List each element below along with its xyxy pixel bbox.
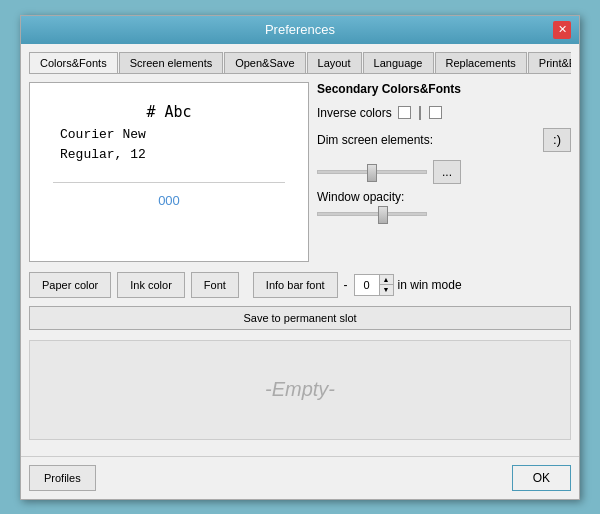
empty-text: -Empty- bbox=[265, 378, 335, 401]
tab-screen-elements[interactable]: Screen elements bbox=[119, 52, 224, 73]
spin-up[interactable]: ▲ bbox=[380, 275, 393, 286]
tab-open-save[interactable]: Open&Save bbox=[224, 52, 305, 73]
dim-screen-label-row: Dim screen elements: :) bbox=[317, 128, 571, 152]
inverse-colors-row: Inverse colors bbox=[317, 106, 571, 120]
window-opacity-slider-thumb[interactable] bbox=[378, 206, 388, 224]
tab-replacements[interactable]: Replacements bbox=[435, 52, 527, 73]
spin-value[interactable] bbox=[355, 279, 379, 291]
profiles-button[interactable]: Profiles bbox=[29, 465, 96, 491]
window-title: Preferences bbox=[47, 22, 553, 37]
inverse-colors-checkbox1[interactable] bbox=[398, 106, 411, 119]
tab-language[interactable]: Language bbox=[363, 52, 434, 73]
preview-font-style: Regular, 12 bbox=[60, 147, 146, 162]
preview-hash-abc: # Abc bbox=[146, 103, 191, 121]
ink-color-button[interactable]: Ink color bbox=[117, 272, 185, 298]
secondary-panel: Secondary Colors&Fonts Inverse colors Di… bbox=[317, 82, 571, 262]
in-win-mode-label: in win mode bbox=[398, 278, 462, 292]
spin-box[interactable]: ▲ ▼ bbox=[354, 274, 394, 296]
dim-screen-slider-thumb[interactable] bbox=[367, 164, 377, 182]
font-button[interactable]: Font bbox=[191, 272, 239, 298]
tab-content-area: # Abc Courier New Regular, 12 000 Second… bbox=[29, 82, 571, 262]
info-bar-font-button[interactable]: Info bar font bbox=[253, 272, 338, 298]
save-slot-row: Save to permanent slot bbox=[29, 306, 571, 330]
save-slot-button[interactable]: Save to permanent slot bbox=[29, 306, 571, 330]
info-bar-section: Info bar font - ▲ ▼ in win mode bbox=[253, 272, 462, 298]
close-button[interactable]: ✕ bbox=[553, 21, 571, 39]
spin-down[interactable]: ▼ bbox=[380, 285, 393, 295]
separator bbox=[419, 106, 421, 120]
dim-screen-slider-row: ... bbox=[317, 160, 571, 184]
dim-screen-row: Dim screen elements: :) ... bbox=[317, 128, 571, 184]
preferences-window: Preferences ✕ Colors&Fonts Screen elemen… bbox=[20, 15, 580, 500]
tab-colors-fonts[interactable]: Colors&Fonts bbox=[29, 52, 118, 74]
action-buttons-row: Paper color Ink color Font Info bar font… bbox=[29, 272, 571, 298]
preview-divider bbox=[53, 182, 285, 183]
bottom-bar: Profiles OK bbox=[21, 456, 579, 499]
preview-font-info: Courier New Regular, 12 bbox=[60, 125, 146, 167]
main-content: Colors&Fonts Screen elements Open&Save L… bbox=[21, 44, 579, 448]
preview-font-name: Courier New bbox=[60, 127, 146, 142]
dots-button[interactable]: ... bbox=[433, 160, 461, 184]
tab-layout[interactable]: Layout bbox=[307, 52, 362, 73]
dim-screen-slider-track[interactable] bbox=[317, 170, 427, 174]
dim-screen-label: Dim screen elements: bbox=[317, 133, 433, 147]
window-opacity-slider-track[interactable] bbox=[317, 212, 427, 216]
preview-panel: # Abc Courier New Regular, 12 000 bbox=[29, 82, 309, 262]
title-bar: Preferences ✕ bbox=[21, 16, 579, 44]
secondary-title: Secondary Colors&Fonts bbox=[317, 82, 571, 96]
tab-bar: Colors&Fonts Screen elements Open&Save L… bbox=[29, 52, 571, 74]
ok-button[interactable]: OK bbox=[512, 465, 571, 491]
window-opacity-row: Window opacity: bbox=[317, 190, 571, 216]
inverse-colors-label: Inverse colors bbox=[317, 106, 392, 120]
paper-color-button[interactable]: Paper color bbox=[29, 272, 111, 298]
smiley-button[interactable]: :) bbox=[543, 128, 571, 152]
spin-arrows: ▲ ▼ bbox=[379, 275, 393, 295]
preview-number: 000 bbox=[158, 193, 180, 208]
window-opacity-slider-row bbox=[317, 212, 571, 216]
inverse-colors-checkbox2[interactable] bbox=[429, 106, 442, 119]
window-opacity-label: Window opacity: bbox=[317, 190, 404, 204]
empty-area: -Empty- bbox=[29, 340, 571, 440]
window-opacity-label-row: Window opacity: bbox=[317, 190, 571, 204]
tab-print-export[interactable]: Print&Export bbox=[528, 52, 571, 73]
